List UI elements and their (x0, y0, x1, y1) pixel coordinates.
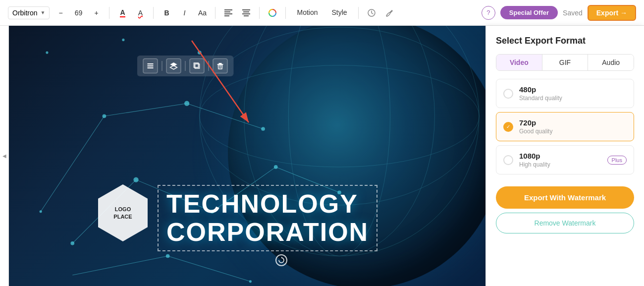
svg-point-30 (40, 210, 42, 213)
plus-badge: Plus (607, 156, 627, 165)
left-collapse-tab[interactable]: ◀ (0, 26, 9, 286)
quality-option-480p[interactable]: 480p Standard quality (496, 79, 634, 108)
svg-line-18 (187, 104, 263, 129)
svg-point-31 (274, 165, 278, 169)
special-offer-button[interactable]: Special Offer (500, 6, 558, 19)
quality-name-720p: 720p (519, 118, 627, 127)
saved-status: Saved (563, 9, 583, 17)
style-tab[interactable]: Style (327, 6, 352, 19)
quality-desc-720p: Good quality (519, 128, 627, 135)
separator (153, 7, 154, 19)
tab-gif[interactable]: GIF (542, 55, 589, 70)
font-size-decrease-button[interactable]: − (54, 6, 67, 20)
svg-rect-6 (242, 13, 250, 14)
svg-rect-1 (224, 11, 230, 12)
help-icon: ? (486, 9, 490, 16)
align-center-button[interactable] (239, 6, 253, 20)
svg-point-32 (166, 254, 170, 258)
separator (358, 7, 359, 19)
logo-text-line1: LOGO (115, 206, 131, 213)
duplicate-button[interactable] (189, 58, 204, 73)
text-color-button[interactable]: A (115, 6, 129, 20)
radio-480p (503, 89, 513, 99)
quality-option-1080p[interactable]: 1080p High quality Plus (496, 145, 634, 174)
svg-point-13 (200, 65, 479, 167)
svg-rect-0 (224, 9, 232, 10)
panel-title: Select Export Format (496, 36, 634, 46)
check-icon: ✓ (506, 124, 510, 129)
history-icon (367, 8, 376, 17)
svg-rect-5 (243, 11, 249, 12)
svg-rect-2 (224, 13, 232, 14)
export-button[interactable]: Export → (588, 5, 636, 21)
brush-button[interactable] (382, 6, 396, 20)
quality-info-1080p: 1080p High quality (519, 152, 601, 168)
svg-line-22 (72, 256, 167, 275)
quality-option-720p[interactable]: ✓ 720p Good quality (496, 112, 634, 141)
layers-stack-button[interactable] (166, 58, 181, 73)
export-panel: Select Export Format Video GIF Audio 480… (485, 26, 644, 286)
svg-point-24 (70, 241, 74, 245)
title-line1: TECHNOLOGY (166, 190, 369, 218)
delete-button[interactable] (213, 58, 227, 73)
separator (259, 7, 260, 19)
separator (109, 7, 109, 19)
font-size-increase-button[interactable]: + (89, 6, 103, 20)
text-color-icon: A (120, 8, 125, 17)
svg-rect-39 (147, 65, 153, 66)
export-watermark-button[interactable]: Export With Watermark (496, 186, 634, 209)
export-label: Export → (596, 9, 627, 17)
layer-button[interactable] (143, 58, 158, 73)
hex-logo[interactable]: LOGO PLACE (98, 184, 148, 241)
quality-info-480p: 480p Standard quality (519, 85, 627, 102)
svg-point-37 (198, 51, 202, 55)
hex-shape: LOGO PLACE (98, 184, 148, 241)
align-left-icon (224, 9, 232, 16)
history-button[interactable] (365, 6, 378, 20)
svg-point-35 (46, 52, 48, 54)
bold-button[interactable]: B (160, 6, 173, 20)
quality-desc-480p: Standard quality (519, 95, 627, 102)
floating-text-toolbar (137, 56, 233, 76)
svg-marker-51 (281, 257, 283, 258)
help-button[interactable]: ? (482, 6, 495, 20)
svg-rect-7 (244, 15, 249, 16)
separator (285, 7, 286, 19)
separator (161, 61, 162, 71)
quality-name-480p: 480p (519, 85, 627, 94)
toolbar-left: Orbitron ▼ − 69 + A A B I Aa (8, 6, 396, 20)
font-selector[interactable]: Orbitron ▼ (8, 6, 50, 19)
quality-desc-1080p: High quality (519, 161, 601, 168)
tab-audio[interactable]: Audio (588, 55, 634, 70)
motion-tab[interactable]: Motion (292, 6, 322, 19)
svg-point-28 (184, 101, 189, 106)
radio-720p: ✓ (503, 122, 513, 132)
separator (185, 61, 185, 71)
toolbar-right: ? Special Offer Saved Export → (482, 5, 636, 21)
svg-line-19 (41, 116, 104, 211)
svg-point-27 (103, 114, 107, 118)
rotate-handle[interactable] (275, 254, 287, 266)
remove-watermark-button[interactable]: Remove Watermark (496, 213, 634, 233)
highlight-button[interactable]: A (133, 6, 147, 20)
color-picker-button[interactable] (266, 6, 279, 20)
canvas-title[interactable]: TECHNOLOGY CORPORATION (158, 185, 377, 251)
quality-info-720p: 720p Good quality (519, 118, 627, 135)
canvas-background[interactable]: LOGO PLACE TECHNOLOGY CORPORATION (9, 26, 485, 286)
color-picker-icon (268, 8, 277, 17)
logo-text-line2: PLACE (113, 213, 132, 220)
top-bar: Orbitron ▼ − 69 + A A B I Aa (0, 0, 644, 26)
svg-point-14 (200, 27, 479, 205)
svg-line-23 (168, 256, 251, 282)
highlight-icon: A (138, 9, 143, 17)
separator (215, 7, 215, 19)
svg-point-29 (261, 127, 265, 131)
canvas-text[interactable]: TECHNOLOGY CORPORATION (158, 185, 476, 251)
italic-button[interactable]: I (177, 6, 191, 20)
align-center-icon (242, 9, 250, 16)
tab-video[interactable]: Video (496, 55, 542, 70)
case-button[interactable]: Aa (195, 6, 209, 20)
align-left-button[interactable] (221, 6, 235, 20)
canvas-area: LOGO PLACE TECHNOLOGY CORPORATION (9, 26, 485, 286)
collapse-arrow-icon: ◀ (2, 153, 6, 159)
